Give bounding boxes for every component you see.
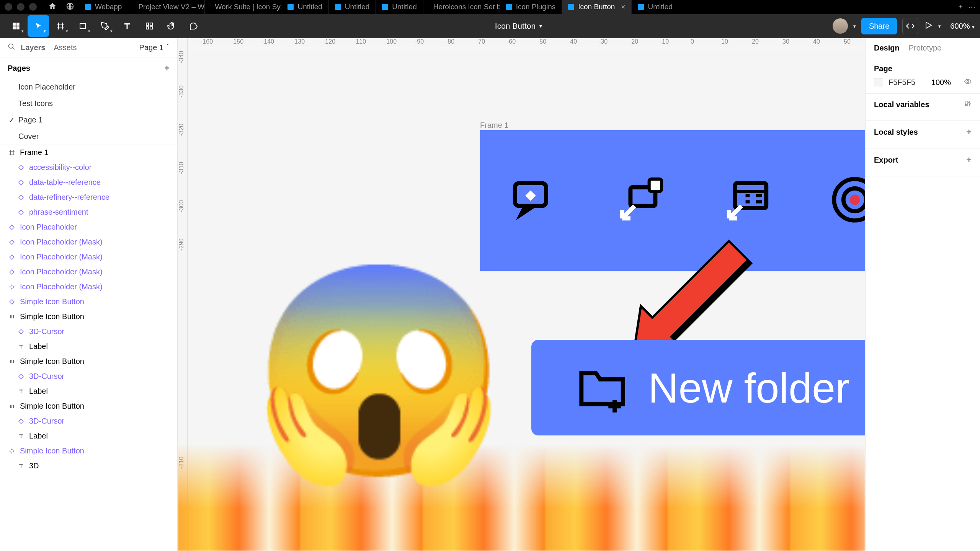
svg-rect-3 [13,26,16,29]
visibility-icon[interactable] [964,78,972,87]
right-panel: Design Prototype Page F5F5F5 100% Local … [865,38,980,551]
tab-design[interactable]: Design [874,44,900,52]
browser-tab[interactable]: Heroicons Icon Set by Iconduck (Cor [423,0,500,14]
overflow-icon[interactable]: ⋯ [968,3,975,11]
new-tab-button[interactable]: + [953,3,968,11]
browser-tab[interactable]: Webapp [79,0,128,14]
layer-row[interactable]: 3D-Cursor [0,324,177,339]
chevron-down-icon[interactable]: ▾ [938,23,941,29]
layer-row[interactable]: Label [0,339,177,354]
variables-settings-icon[interactable] [964,100,972,109]
background-hex[interactable]: F5F5F5 [889,78,915,87]
pages-section: Pages + Icon PlaceholderTest IconsPage 1… [0,57,177,145]
search-icon[interactable] [8,43,15,52]
chevron-down-icon[interactable]: ▾ [853,23,856,29]
accessibility-color-icon[interactable] [830,175,865,226]
comment-tool[interactable] [183,15,204,37]
browser-tab[interactable]: Project View V2 – Webapp [128,0,205,14]
globe-icon[interactable] [66,2,74,12]
background-opacity[interactable]: 100% [931,78,951,87]
add-export-button[interactable]: + [966,155,972,165]
main-menu-button[interactable]: ▾ [5,15,27,37]
layer-row[interactable]: Icon Placeholder [0,220,177,235]
close-icon[interactable]: × [621,3,625,11]
tab-layers[interactable]: Layers [21,43,46,52]
diamond-icon [17,373,25,380]
layer-row[interactable]: Simple Icon Button [0,443,177,458]
page-item[interactable]: Cover [0,128,177,145]
diamond-icon [17,179,25,186]
layer-row[interactable]: Icon Placeholder (Mask) [0,249,177,264]
home-icon[interactable] [48,2,57,12]
svg-rect-13 [649,179,662,192]
design-panel-tabs: Design Prototype [866,38,980,58]
share-button[interactable]: Share [861,18,897,34]
svg-point-18 [967,81,969,83]
layer-row[interactable]: Simple Icon Button [0,294,177,309]
layer-row[interactable]: phrase-sentiment [0,205,177,220]
dev-mode-toggle[interactable] [902,18,918,34]
move-tool[interactable]: ▾ [28,15,49,37]
canvas[interactable]: -160-150-140-130-120-110-100-90-80-70-60… [178,38,865,551]
browser-tab[interactable]: Icon Button× [562,0,632,14]
page-item[interactable]: Icon Placeholder [0,79,177,95]
text-tool[interactable] [116,15,138,37]
phrase-sentiment-icon[interactable] [509,175,559,226]
layer-row[interactable]: Icon Placeholder (Mask) [0,279,177,294]
resources-button[interactable] [139,15,160,37]
export-header: Export [874,156,898,165]
window-controls[interactable] [5,3,37,11]
layer-row[interactable]: 3D [0,458,177,473]
add-style-button[interactable]: + [966,127,972,137]
pen-tool[interactable]: ▾ [94,15,116,37]
browser-tab[interactable]: Work Suite | Icon System Manager [205,0,281,14]
tab-strip: WebappProject View V2 – WebappWork Suite… [79,0,953,14]
zoom-level[interactable]: 600% ▾ [950,22,975,31]
layer-row[interactable]: Simple Icon Button [0,309,177,324]
tab-assets[interactable]: Assets [54,43,77,52]
browser-tab[interactable]: Icon Plugins [500,0,562,14]
layer-row[interactable]: Icon Placeholder (Mask) [0,264,177,279]
svg-point-20 [967,102,968,103]
layer-row[interactable]: data-table--reference [0,175,177,190]
data-table-reference-icon[interactable] [723,175,773,226]
layer-row[interactable]: data-refinery--reference [0,190,177,205]
frame-tool[interactable]: ▾ [50,15,71,37]
avatar[interactable] [833,18,848,34]
new-folder-button[interactable]: New folder [531,340,865,435]
browser-tab[interactable]: Untitled [329,0,376,14]
layers-section: Frame 1accessibility--colordata-table--r… [0,145,177,551]
layer-row[interactable]: Icon Placeholder (Mask) [0,235,177,249]
svg-rect-4 [16,26,20,29]
layer-row[interactable]: Label [0,429,177,443]
tab-prototype[interactable]: Prototype [909,44,942,52]
layer-row[interactable]: Frame 1 [0,145,177,160]
layer-row[interactable]: accessibility--color [0,160,177,175]
document-title[interactable]: Icon Button ▾ [204,21,833,31]
browser-tab[interactable]: Untitled [632,0,679,14]
shape-tool[interactable]: ▾ [72,15,93,37]
svg-rect-8 [146,27,149,29]
layer-row[interactable]: Label [0,384,177,399]
page-item[interactable]: Page 1 [0,112,177,128]
page-selector[interactable]: Page 1⌃ [139,43,170,52]
diamond-icon [8,224,16,230]
data-refinery-reference-icon[interactable] [616,175,666,226]
hand-tool[interactable] [161,15,182,37]
toolbar-right: ▾ Share ▾ 600% ▾ [833,18,975,34]
add-page-button[interactable]: + [164,63,170,73]
svg-rect-5 [80,23,85,29]
layer-row[interactable]: 3D-Cursor [0,369,177,384]
background-swatch[interactable] [874,78,883,87]
browser-tab[interactable]: Untitled [376,0,423,14]
layer-row[interactable]: Simple Icon Button [0,354,177,369]
frame-label[interactable]: Frame 1 [480,121,508,130]
present-button[interactable] [924,21,933,31]
toolbar-left: ▾ ▾ ▾ ▾ ▾ [5,15,204,37]
layer-row[interactable]: Simple Icon Button [0,399,177,414]
layer-row[interactable]: 3D-Cursor [0,414,177,429]
diamond-icon [17,165,25,171]
page-item[interactable]: Test Icons [0,95,177,112]
bars-icon [8,403,16,409]
browser-tab[interactable]: Untitled [281,0,328,14]
